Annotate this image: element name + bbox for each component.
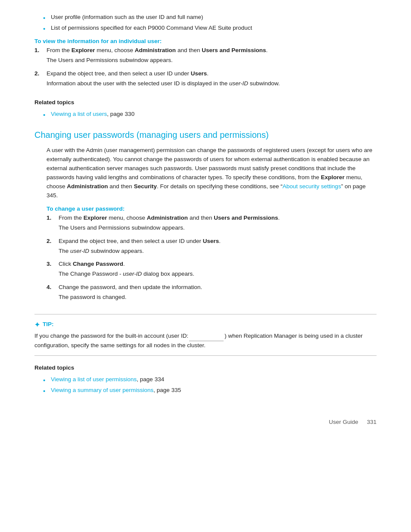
bold-explorer-2: Explorer [321, 174, 345, 180]
change-step-num-2: 2. [47, 237, 59, 246]
bold-administration: Administration [135, 47, 176, 53]
view-step-2: 2. Expand the object tree, and then sele… [34, 69, 377, 93]
change-step-num-4: 4. [47, 283, 59, 292]
related-page-2: , page 334 [137, 376, 164, 383]
tip-box: ✦ TIP: If you change the password for th… [34, 314, 377, 356]
related-page-3: , page 335 [153, 387, 181, 393]
tip-label: ✦ TIP: [34, 320, 377, 330]
change-step-3-text: Click Change Password. [59, 260, 194, 269]
change-step-1-indent: The Users and Permissions subwindow appe… [59, 224, 280, 233]
bold-users: Users [191, 70, 207, 77]
step-1-text: From the Explorer menu, choose Administr… [47, 46, 268, 55]
bullet-item-2: List of permissions specified for each P… [43, 24, 377, 33]
tip-heading: TIP: [43, 320, 54, 329]
bold-users-permissions: Users and Permissions [202, 47, 266, 53]
related-link-item-3: Viewing a summary of user permissions, p… [43, 386, 377, 395]
intro-paragraph: A user with the Admin (user management) … [47, 146, 377, 200]
view-step-1: 1. From the Explorer menu, choose Admini… [34, 46, 377, 69]
change-step-4-indent: The password is changed. [59, 293, 202, 302]
step-number-2: 2. [34, 69, 47, 78]
related-topics-list-2: Viewing a list of user permissions, page… [43, 375, 377, 395]
change-step-2-text: Expand the object tree, and then select … [59, 237, 221, 246]
intro-bullet-list: User profile (information such as the us… [43, 13, 377, 33]
change-password-heading: To change a user password: [47, 205, 377, 214]
viewing-summary-permissions-link[interactable]: Viewing a summary of user permissions [51, 387, 153, 393]
bullet-item-1: User profile (information such as the us… [43, 13, 377, 22]
change-step-4: 4. Change the password, and then update … [47, 283, 377, 306]
change-step-4-text: Change the password, and then update the… [59, 283, 202, 292]
change-step-1-text: From the Explorer menu, choose Administr… [59, 214, 280, 223]
change-step-3-indent: The Change Password - user-ID dialog box… [59, 270, 194, 279]
change-step-3: 3. Click Change Password. The Change Pas… [47, 260, 377, 283]
user-id-italic-2: user-ID [70, 248, 89, 254]
bold-change-password: Change Password [73, 261, 123, 267]
bold-administration-2: Administration [67, 183, 108, 190]
step-number: 1. [34, 46, 47, 55]
change-step-num-1: 1. [47, 214, 59, 223]
footer-label: User Guide [329, 418, 358, 427]
bold-users-2: Users [203, 238, 219, 244]
section-title: Changing user passwords (managing users … [34, 128, 377, 142]
change-step-num-3: 3. [47, 260, 59, 269]
related-link-item-1: Viewing a list of users, page 330 [43, 110, 377, 119]
bold-explorer-3: Explorer [84, 215, 107, 221]
tip-icon: ✦ [34, 320, 40, 330]
view-steps-list: 1. From the Explorer menu, choose Admini… [34, 46, 377, 93]
bold-explorer: Explorer [72, 47, 95, 53]
related-topics-heading-2: Related topics [34, 364, 377, 373]
user-id-italic-3: user-ID [123, 271, 142, 277]
change-step-1: 1. From the Explorer menu, choose Admini… [47, 214, 377, 237]
step-2-text: Expand the object tree, and then select … [47, 69, 280, 78]
step-1-indent: The Users and Permissions subwindow appe… [47, 56, 268, 65]
user-id-italic: user-ID [229, 80, 248, 87]
related-page-1: , page 330 [107, 111, 134, 117]
step-2-indent: Information about the user with the sele… [47, 79, 280, 88]
bold-security: Security [134, 183, 157, 190]
bold-administration-3: Administration [147, 215, 188, 221]
related-topics-heading-1: Related topics [34, 98, 377, 107]
bold-users-permissions-2: Users and Permissions [214, 215, 278, 221]
footer-page-num: 331 [367, 418, 377, 427]
about-security-link[interactable]: About security settings [283, 183, 341, 190]
change-step-2: 2. Expand the object tree, and then sele… [47, 237, 377, 260]
related-topics-list-1: Viewing a list of users, page 330 [43, 110, 377, 119]
change-steps-list: 1. From the Explorer menu, choose Admini… [47, 214, 377, 306]
viewing-user-permissions-link[interactable]: Viewing a list of user permissions [51, 376, 137, 383]
tip-content: If you change the password for the built… [34, 332, 377, 350]
related-link-item-2: Viewing a list of user permissions, page… [43, 375, 377, 384]
blank-field [189, 332, 224, 341]
viewing-list-link[interactable]: Viewing a list of users [51, 111, 107, 117]
view-individual-heading: To view the information for an individua… [34, 37, 377, 46]
change-step-2-indent: The user-ID subwindow appears. [59, 247, 221, 256]
